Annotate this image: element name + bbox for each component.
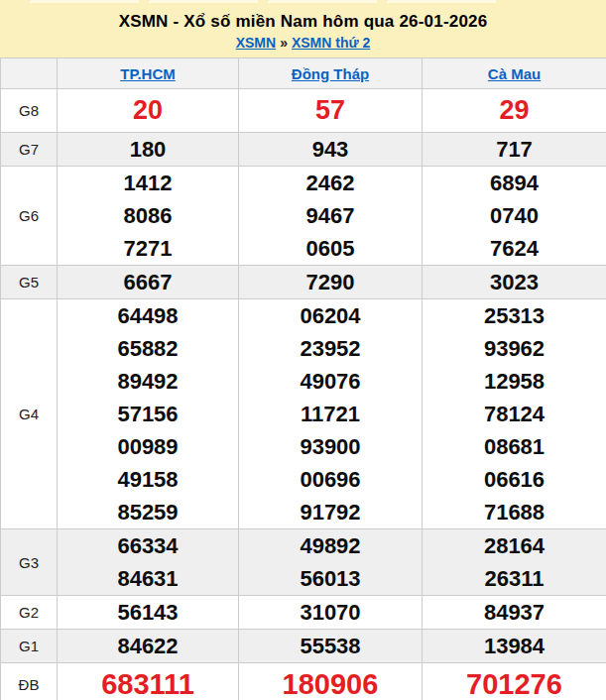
result-number: 7624	[423, 232, 606, 265]
result-number: 26311	[423, 562, 606, 595]
result-number: 00696	[239, 463, 422, 496]
result-cell: 3023	[423, 266, 606, 299]
result-number: 8086	[58, 199, 238, 232]
page-title: XSMN - Xổ số miền Nam hôm qua 26-01-2026	[0, 0, 606, 32]
tab-edge	[30, 0, 139, 3]
result-number: 9467	[239, 199, 422, 232]
result-number: 56013	[239, 562, 422, 595]
result-cell: 689407407624	[423, 167, 606, 266]
prize-row: G6141280867271246294670605689407407624	[1, 167, 606, 266]
result-cell: 683111	[58, 663, 239, 700]
tab-edge	[387, 0, 496, 3]
results-table: TP.HCM Đồng Tháp Cà Mau G8205729G7180943…	[0, 58, 606, 700]
result-cell: 4989256013	[239, 529, 423, 596]
result-number: 66334	[58, 529, 238, 562]
result-number: 57156	[58, 398, 238, 430]
prize-label: G5	[1, 266, 58, 299]
result-number: 64498	[58, 299, 238, 332]
prize-row: G2561433107084937	[1, 596, 606, 630]
result-number: 57	[239, 89, 422, 132]
prize-label: G4	[1, 299, 58, 529]
result-number: 13984	[423, 630, 606, 662]
breadcrumb-link-xsmn-thu-2[interactable]: XSMN thứ 2	[292, 35, 370, 51]
tab-edge	[268, 0, 377, 3]
result-number: 20	[58, 89, 238, 132]
prize-column-header	[1, 58, 58, 89]
result-number: 3023	[423, 266, 606, 298]
result-cell: 13984	[423, 630, 606, 663]
prize-row: G7180943717	[1, 133, 606, 167]
result-cell: 55538	[239, 630, 423, 663]
prize-row: G5666772903023	[1, 266, 606, 299]
prize-row: G464498658828949257156009894915885259062…	[1, 299, 606, 529]
prize-row: G8205729	[1, 89, 606, 133]
result-number: 84631	[58, 562, 238, 595]
result-number: 943	[239, 133, 422, 166]
result-number: 180906	[239, 663, 422, 700]
result-cell: 25313939621295878124086810661671688	[423, 299, 606, 529]
result-number: 06204	[239, 299, 422, 332]
result-number: 2462	[239, 167, 422, 199]
results-table-body: G8205729G7180943717G61412808672712462946…	[1, 89, 606, 700]
result-number: 0605	[239, 232, 422, 265]
result-number: 6667	[58, 266, 238, 298]
column-header-tphcm[interactable]: TP.HCM	[120, 65, 176, 82]
result-number: 93900	[239, 430, 422, 463]
result-number: 31070	[239, 596, 422, 629]
result-number: 08681	[423, 430, 606, 463]
result-number: 84937	[423, 596, 606, 629]
prize-row: G3663348463149892560132816426311	[1, 529, 606, 596]
result-cell: 6633484631	[58, 529, 239, 596]
result-number: 49892	[239, 529, 422, 562]
result-cell: 06204239524907611721939000069691792	[239, 299, 423, 529]
prize-label: G6	[1, 167, 58, 266]
breadcrumb-separator: »	[276, 35, 292, 51]
result-number: 85259	[58, 496, 238, 528]
result-number: 717	[423, 133, 606, 166]
result-cell: 7290	[239, 266, 423, 299]
result-number: 89492	[58, 365, 238, 398]
result-number: 12958	[423, 365, 606, 398]
result-cell: 6667	[58, 266, 239, 299]
top-tab-strip	[0, 0, 606, 3]
column-header-dong-thap[interactable]: Đồng Tháp	[292, 65, 369, 82]
result-number: 180	[58, 133, 238, 166]
breadcrumb-link-xsmn[interactable]: XSMN	[236, 35, 276, 51]
prize-row: G1846225553813984	[1, 630, 606, 663]
result-cell: 180906	[239, 663, 423, 700]
result-number: 91792	[239, 496, 422, 528]
tab-edge	[149, 0, 258, 3]
result-cell: 84937	[423, 596, 606, 630]
page-header: XSMN - Xổ số miền Nam hôm qua 26-01-2026…	[0, 0, 606, 58]
result-number: 55538	[239, 630, 422, 662]
result-number: 56143	[58, 596, 238, 629]
result-number: 49076	[239, 365, 422, 398]
result-cell: 29	[423, 89, 606, 133]
result-cell: 56143	[58, 596, 239, 630]
result-number: 65882	[58, 332, 238, 365]
result-cell: 2816426311	[423, 529, 606, 596]
breadcrumb: XSMN»XSMN thứ 2	[0, 35, 606, 51]
prize-label: G3	[1, 529, 58, 596]
result-number: 93962	[423, 332, 606, 365]
prize-label: ĐB	[1, 663, 58, 700]
result-cell: 64498658828949257156009894915885259	[58, 299, 239, 529]
result-cell: 20	[58, 89, 239, 133]
prize-label: G1	[1, 630, 58, 663]
result-number: 23952	[239, 332, 422, 365]
result-cell: 246294670605	[239, 167, 423, 266]
lottery-results-page: XSMN - Xổ số miền Nam hôm qua 26-01-2026…	[0, 0, 606, 700]
result-cell: 31070	[239, 596, 423, 630]
result-number: 84622	[58, 630, 238, 662]
prize-label: G7	[1, 133, 58, 167]
result-cell: 141280867271	[58, 167, 239, 266]
result-number: 25313	[423, 299, 606, 332]
result-number: 71688	[423, 496, 606, 528]
result-number: 11721	[239, 398, 422, 430]
result-number: 0740	[423, 199, 606, 232]
result-number: 7290	[239, 266, 422, 298]
result-number: 29	[423, 89, 606, 132]
column-header-row: TP.HCM Đồng Tháp Cà Mau	[1, 58, 606, 89]
prize-label: G8	[1, 89, 58, 133]
column-header-ca-mau[interactable]: Cà Mau	[488, 65, 541, 82]
